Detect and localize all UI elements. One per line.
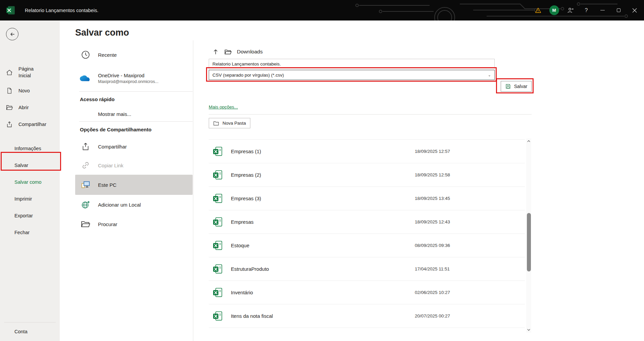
file-type-select[interactable]: CSV (separado por vírgulas) (*.csv) ⌄ bbox=[209, 70, 495, 80]
file-type-value: CSV (separado por vírgulas) (*.csv) bbox=[212, 73, 284, 78]
file-row[interactable]: Empresas (3) 18/09/2025 13:45 bbox=[209, 187, 525, 210]
sidebar-item-label: Fechar bbox=[14, 230, 30, 235]
new-folder-icon bbox=[213, 120, 219, 126]
up-arrow-icon bbox=[212, 48, 219, 55]
scroll-up-button[interactable] bbox=[526, 138, 531, 144]
minimize-button[interactable] bbox=[594, 0, 610, 20]
onedrive-account: Maxiprod@maxiprod.onmicros... bbox=[98, 79, 158, 84]
place-recent[interactable]: Recente bbox=[75, 44, 193, 65]
file-name: Empresas (2) bbox=[231, 172, 261, 178]
sidebar-item-label: Abrir bbox=[18, 105, 29, 110]
scroll-up-icon bbox=[527, 140, 530, 142]
sidebar-item-save[interactable]: Salvar bbox=[0, 157, 60, 174]
sidebar-item-label: Salvar bbox=[14, 163, 28, 168]
file-row[interactable]: Empresas 18/09/2025 12:43 bbox=[209, 210, 525, 234]
sidebar-item-home[interactable]: Página Inicial bbox=[0, 63, 60, 82]
filename-input[interactable] bbox=[209, 59, 495, 69]
new-folder-label: Nova Pasta bbox=[222, 121, 246, 126]
folder-icon bbox=[224, 48, 232, 56]
sidebar-item-print[interactable]: Imprimir bbox=[0, 190, 60, 207]
share-icon bbox=[80, 142, 91, 151]
backstage-sidebar: Página Inicial Novo Abrir Compartilhar bbox=[0, 20, 60, 341]
sidebar-item-label: Conta bbox=[14, 329, 28, 334]
show-more-link[interactable]: Mostrar mais... bbox=[75, 106, 193, 121]
page-title: Salvar como bbox=[75, 28, 129, 38]
minimize-icon bbox=[600, 10, 605, 11]
file-row[interactable]: EstruturaProduto 17/04/2025 11:51 bbox=[209, 257, 525, 281]
file-name: Empresas (3) bbox=[231, 196, 261, 201]
places-column: Recente OneDrive - Maxiprod Maxiprod@max… bbox=[75, 44, 193, 234]
share-label: Compartilhar bbox=[98, 144, 127, 150]
file-row[interactable]: Inventário 02/06/2025 10:27 bbox=[209, 281, 525, 304]
onedrive-icon bbox=[80, 75, 91, 82]
place-label-block: OneDrive - Maxiprod Maxiprod@maxiprod.on… bbox=[98, 73, 158, 84]
help-icon: ? bbox=[585, 7, 588, 13]
file-modified-date: 18/09/2025 13:45 bbox=[415, 196, 450, 201]
close-button[interactable] bbox=[627, 0, 643, 20]
chevron-down-icon: ⌄ bbox=[488, 73, 491, 77]
excel-file-icon bbox=[213, 264, 223, 274]
maximize-button[interactable] bbox=[610, 0, 627, 20]
file-row[interactable]: Itens da nota fiscal 20/07/2025 00:27 bbox=[209, 304, 525, 328]
back-arrow-icon bbox=[9, 31, 16, 38]
account-avatar[interactable]: M bbox=[546, 0, 562, 20]
share-icon bbox=[5, 121, 13, 128]
sidebar-item-account[interactable]: Conta bbox=[0, 323, 60, 340]
file-modified-date: 17/04/2025 11:51 bbox=[415, 266, 450, 271]
excel-file-icon bbox=[213, 170, 223, 180]
share-option[interactable]: Compartilhar bbox=[75, 137, 193, 156]
more-options-link[interactable]: Mais opções... bbox=[209, 104, 238, 110]
back-button[interactable] bbox=[6, 28, 18, 40]
scroll-down-icon bbox=[527, 329, 530, 331]
new-document-icon bbox=[5, 87, 13, 94]
sidebar-item-label: Informações bbox=[14, 146, 41, 151]
excel-file-icon bbox=[213, 194, 223, 204]
help-button[interactable]: ? bbox=[578, 0, 594, 20]
browse-option[interactable]: Procurar bbox=[75, 214, 193, 234]
file-modified-date: 18/09/2025 12:43 bbox=[415, 219, 450, 224]
warning-icon[interactable] bbox=[530, 0, 546, 20]
sidebar-item-close[interactable]: Fechar bbox=[0, 224, 60, 241]
this-pc-icon bbox=[80, 180, 91, 190]
file-row[interactable]: Empresas (1) 18/09/2025 12:57 bbox=[209, 140, 525, 163]
up-directory-button[interactable] bbox=[212, 48, 219, 55]
sidebar-item-open[interactable]: Abrir bbox=[0, 99, 60, 116]
save-button[interactable]: Salvar bbox=[501, 81, 532, 92]
add-place-option[interactable]: Adicionar um Local bbox=[75, 195, 193, 214]
file-modified-date: 02/06/2025 10:27 bbox=[415, 290, 450, 295]
sidebar-item-share[interactable]: Compartilhar bbox=[0, 116, 60, 133]
scrollbar bbox=[526, 138, 531, 333]
file-list: Empresas (1) 18/09/2025 12:57 Empresas (… bbox=[209, 139, 525, 328]
show-more-label: Mostrar mais... bbox=[98, 111, 131, 117]
people-icon[interactable] bbox=[562, 0, 578, 20]
scrollbar-thumb[interactable] bbox=[527, 213, 531, 271]
file-modified-date: 18/09/2025 12:57 bbox=[415, 149, 450, 154]
place-onedrive[interactable]: OneDrive - Maxiprod Maxiprod@maxiprod.on… bbox=[75, 65, 193, 91]
vertical-divider bbox=[193, 40, 193, 341]
file-name: Empresas (1) bbox=[231, 148, 261, 154]
sidebar-divider bbox=[4, 322, 56, 323]
sidebar-item-save-as[interactable]: Salvar como bbox=[0, 174, 60, 190]
titlebar: Relatorio Lançamentos contabeis. M ? bbox=[0, 0, 644, 20]
globe-plus-icon bbox=[80, 200, 91, 210]
file-modified-date: 08/09/2025 09:36 bbox=[415, 243, 450, 248]
new-folder-button[interactable]: Nova Pasta bbox=[209, 118, 250, 128]
copy-link-label: Copiar Link bbox=[98, 163, 123, 168]
sidebar-item-new[interactable]: Novo bbox=[0, 82, 60, 99]
excel-file-icon bbox=[213, 241, 223, 251]
scroll-down-button[interactable] bbox=[526, 327, 531, 333]
this-pc-option[interactable]: Este PC bbox=[75, 175, 193, 195]
sidebar-item-label: Salvar como bbox=[14, 179, 42, 185]
file-row[interactable]: Empresas (2) 18/09/2025 12:58 bbox=[209, 163, 525, 187]
current-folder[interactable]: Downloads bbox=[237, 49, 263, 55]
file-name: Estoque bbox=[231, 243, 249, 248]
place-label: Recente bbox=[98, 52, 117, 58]
copy-link-option[interactable]: Copiar Link bbox=[75, 156, 193, 175]
file-row[interactable]: Estoque 08/09/2025 09:36 bbox=[209, 234, 525, 257]
excel-file-icon bbox=[213, 311, 223, 321]
sidebar-item-info[interactable]: Informações bbox=[0, 140, 60, 157]
browse-folder-icon bbox=[80, 219, 91, 229]
excel-save-as-window: Relatorio Lançamentos contabeis. M ? bbox=[0, 0, 644, 341]
quick-access-header: Acesso rápido bbox=[75, 92, 193, 106]
sidebar-item-export[interactable]: Exportar bbox=[0, 207, 60, 224]
